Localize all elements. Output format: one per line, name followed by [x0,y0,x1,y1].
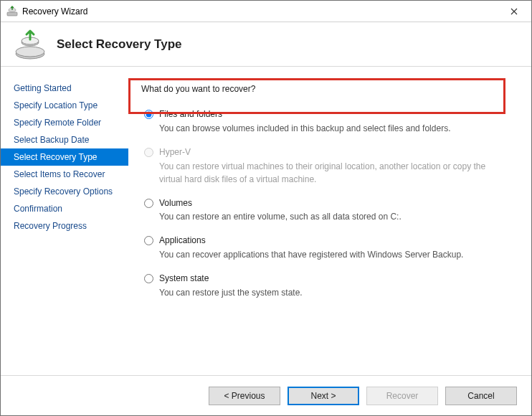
recovery-option-hyperv: Hyper-VYou can restore virtual machines … [141,143,513,194]
titlebar: Recovery Wizard [1,1,531,22]
wizard-step[interactable]: Getting Started [1,80,128,97]
close-button[interactable] [498,1,530,22]
app-icon [6,6,18,17]
option-description: You can restore virtual machines to thei… [159,160,507,186]
header: Select Recovery Type [1,22,531,67]
cancel-button[interactable]: Cancel [445,387,517,405]
content-area: What do you want to recover? Files and f… [128,67,531,375]
recovery-radio-systemstate[interactable] [144,274,153,283]
wizard-step[interactable]: Specify Recovery Options [1,183,128,200]
recovery-radio-applications[interactable] [144,236,153,245]
wizard-step[interactable]: Select Items to Recover [1,166,128,183]
page-title: Select Recovery Type [57,37,182,52]
option-label: Volumes [159,197,507,209]
option-label: Hyper-V [159,146,507,159]
recovery-option-applications[interactable]: ApplicationsYou can recover applications… [141,232,513,270]
wizard-step[interactable]: Recovery Progress [1,217,128,235]
wizard-footer: < Previous Next > Recover Cancel [1,375,531,415]
wizard-step[interactable]: Select Recovery Type [1,148,128,166]
svg-rect-0 [7,12,17,16]
option-description: You can restore just the system state. [159,286,507,299]
window-title: Recovery Wizard [22,6,498,16]
recovery-option-systemstate[interactable]: System stateYou can restore just the sys… [141,270,513,308]
option-description: You can restore an entire volume, such a… [159,210,507,223]
option-description: You can recover applications that have r… [159,248,507,261]
recovery-option-volumes[interactable]: VolumesYou can restore an entire volume,… [141,194,513,232]
prompt-text: What do you want to recover? [141,84,513,94]
wizard-step[interactable]: Specify Location Type [1,97,128,114]
wizard-step[interactable]: Select Backup Date [1,131,128,148]
recover-button: Recover [366,387,438,405]
recovery-radio-hyperv [144,148,153,157]
option-description: You can browse volumes included in this … [159,122,507,135]
wizard-icon [14,28,47,61]
wizard-step[interactable]: Specify Remote Folder [1,114,128,131]
wizard-step[interactable]: Confirmation [1,200,128,217]
close-icon [510,8,518,15]
option-label: System state [159,273,507,285]
next-button[interactable]: Next > [288,387,359,405]
svg-point-3 [16,47,44,57]
option-label: Files and folders [159,108,507,120]
recovery-options-group: Files and foldersYou can browse volumes … [141,105,513,308]
recovery-radio-volumes[interactable] [144,199,153,208]
recovery-radio-files[interactable] [144,110,153,119]
recovery-option-files[interactable]: Files and foldersYou can browse volumes … [141,105,513,143]
previous-button[interactable]: < Previous [209,387,280,405]
option-label: Applications [159,235,507,247]
wizard-steps-sidebar: Getting StartedSpecify Location TypeSpec… [1,67,128,375]
